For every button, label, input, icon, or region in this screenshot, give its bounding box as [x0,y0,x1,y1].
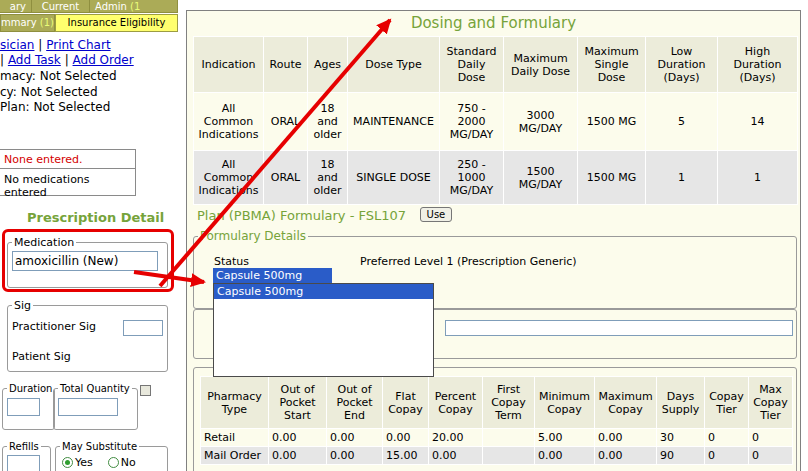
dosing-formulary-panel: Dosing and Formulary Indication Route Ag… [186,10,801,471]
copay-cell: 0.00 [269,429,327,447]
dose-listbox: Capsule 500mg [213,283,434,377]
patient-sig-label: Patient Sig [12,350,71,363]
dosing-header: Indication [194,37,264,93]
total-quantity-fieldset: Total Quantity [53,383,138,430]
copay-cell: 0 [705,447,749,465]
dosing-header: Route [264,37,308,93]
copay-details-fieldset: Pharmacy Type Out of Pocket Start Out of… [193,367,797,471]
link-separator: | [38,38,42,52]
formulary-details-legend: Formulary Details [198,229,308,243]
link-separator: | [0,53,4,67]
copay-cell: Retail [201,429,269,447]
copay-cell: 0.00 [595,429,657,447]
substitute-yes-radio[interactable] [62,457,73,468]
copay-cell: 0.00 [327,429,383,447]
dosing-header: Maximum Daily Dose [504,37,578,93]
copay-header: Flat Copay [383,377,429,429]
dosing-cell: 1500 MG/DAY [504,151,578,205]
tab-current[interactable]: Current [32,0,90,12]
print-chart-link[interactable]: Print Chart [46,38,110,52]
may-substitute-legend: May Substitute [60,441,139,452]
formulary-message-input[interactable] [445,320,793,336]
link-separator: | [65,53,69,67]
dosing-header: Maximum Single Dose [578,37,646,93]
dosing-cell: All Common Indications [194,151,264,205]
status-label: Status [214,255,249,268]
copay-table: Pharmacy Type Out of Pocket Start Out of… [200,376,793,465]
medication-input[interactable] [12,251,158,271]
copay-cell: 0.00 [429,447,483,465]
dosing-cell: 750 - 2000 MG/DAY [440,93,504,151]
duration-fieldset: Duration [2,383,55,430]
chart-links-row2: | Add Task | Add Order [0,53,134,67]
copay-cell: 15.00 [383,447,429,465]
total-quantity-input[interactable] [58,398,118,416]
copay-cell [483,429,535,447]
none-entered-text: None entered. [0,150,135,169]
tab-fragment[interactable]: ary [0,0,32,12]
copay-header: Minimum Copay [535,377,595,429]
duration-legend: Duration [7,383,54,394]
copay-cell: 0.00 [327,447,383,465]
dosing-cell: SINGLE DOSE [348,151,440,205]
use-button[interactable]: Use [420,207,453,222]
status-value: Preferred Level 1 (Prescription Generic) [360,255,577,268]
dosing-cell: 1 [646,151,718,205]
copay-header-row: Pharmacy Type Out of Pocket Start Out of… [201,377,793,429]
dosing-cell: 18 and older [308,93,348,151]
tab-admin[interactable]: Admin (1 [90,0,178,12]
summary-count: (1) [40,17,54,28]
refills-fieldset: Refills [2,441,51,471]
plan-formulary-title: Plan (PBMA) Formulary - FSL107 [197,208,406,223]
physician-link[interactable]: sician [0,38,34,52]
tab-summary[interactable]: mmary (1) [0,14,55,32]
dosing-cell: MAINTENANCE [348,93,440,151]
add-task-link[interactable]: Add Task [8,53,61,67]
practitioner-sig-input[interactable] [123,320,163,336]
copay-header: Pharmacy Type [201,377,269,429]
copay-cell: 0.00 [383,429,429,447]
dosing-cell: 5 [646,93,718,151]
no-medications-text: No medications entered [0,169,135,203]
dosing-header: Standard Daily Dose [440,37,504,93]
dosing-cell: 1500 MG [578,151,646,205]
substitute-no-label: No [121,456,136,469]
dosing-header: Ages [308,37,348,93]
copay-cell: Mail Order [201,447,269,465]
substitute-yes-label: Yes [75,456,93,469]
copay-cell: 0 [749,447,793,465]
dosing-cell: All Common Indications [194,93,264,151]
admin-count: (1 [130,1,140,12]
dosing-row: All Common Indications ORAL 18 and older… [194,93,798,151]
prescription-detail-title: Prescription Detail [27,210,164,225]
copay-cell: 0.00 [595,447,657,465]
dosing-cell: 1500 MG [578,93,646,151]
plan-formulary-row: Plan (PBMA) Formulary - FSL107 Use [197,207,452,223]
dosing-header: Dose Type [348,37,440,93]
dose-combo-selected[interactable]: Capsule 500mg [213,268,332,283]
add-order-link[interactable]: Add Order [73,53,134,67]
copay-header: Percent Copay [429,377,483,429]
calculator-icon[interactable] [140,385,151,396]
app-root: ary Current Admin (1 mmary (1) Insurance… [0,0,808,471]
tab-insurance-eligibility[interactable]: Insurance Eligibility [55,14,178,32]
dose-list-item[interactable]: Capsule 500mg [214,284,433,299]
copay-cell: 0 [749,429,793,447]
allergy-status-line: cy: Not Selected [0,85,98,99]
top-tab-strip: ary Current Admin (1 [0,0,178,13]
substitute-no-radio[interactable] [108,457,119,468]
duration-input[interactable] [7,398,40,416]
dosing-header: Low Duration (Days) [646,37,718,93]
dosing-header: High Duration (Days) [718,37,798,93]
pharmacy-status-line: macy: Not Selected [0,69,117,83]
refills-legend: Refills [7,441,41,452]
sig-legend: Sig [12,299,33,312]
plan-status-line: Plan: Not Selected [0,100,110,114]
dosing-header-row: Indication Route Ages Dose Type Standard… [194,37,798,93]
copay-row: Retail 0.00 0.00 0.00 20.00 5.00 0.00 30… [201,429,793,447]
copay-cell [483,447,535,465]
copay-cell: 30 [657,429,705,447]
dosing-cell: 250 - 1000 MG/DAY [440,151,504,205]
refills-input[interactable] [7,455,40,471]
copay-header: Days Supply [657,377,705,429]
